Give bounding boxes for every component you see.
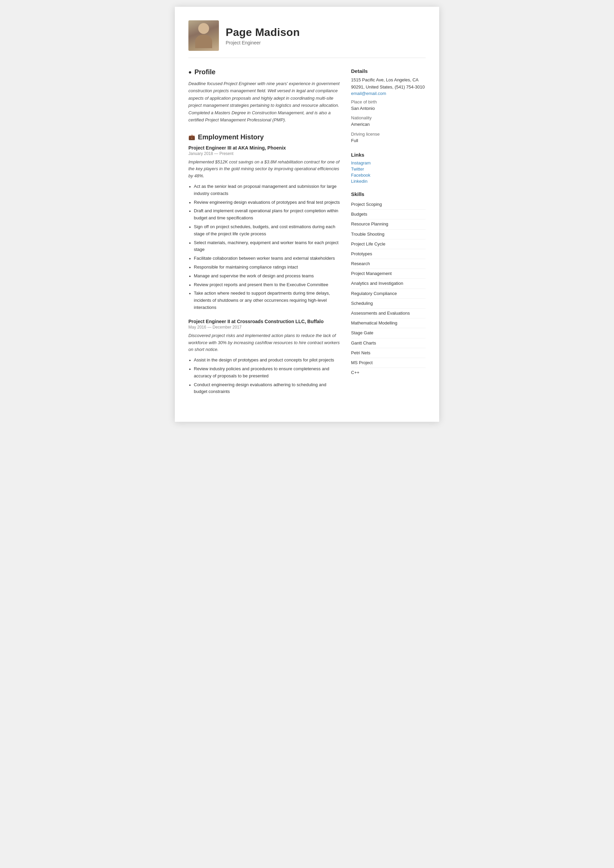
nationality-value: American	[351, 121, 426, 128]
links-section: Links Instagram Twitter Facebook Linkedi…	[351, 152, 426, 184]
left-column: ● Profile Deadline focused Project Engin…	[188, 68, 341, 405]
list-item: Review project reports and present them …	[188, 281, 341, 289]
place-of-birth-value: San Antonio	[351, 105, 426, 112]
twitter-link[interactable]: Twitter	[351, 166, 426, 172]
list-item: Sign off on project schedules, budgets, …	[188, 224, 341, 238]
details-section: Details 1515 Pacific Ave, Los Angeles, C…	[351, 68, 426, 144]
facebook-link[interactable]: Facebook	[351, 172, 426, 178]
list-item: Draft and implement overall operational …	[188, 208, 341, 222]
skill-item: Assessments and Evaluations	[351, 309, 426, 318]
list-item: Act as the senior lead on proposal manag…	[188, 183, 341, 197]
links-title: Links	[351, 152, 426, 158]
skill-item: Stage Gate	[351, 328, 426, 338]
job-date-1: January 2018 — Present	[188, 151, 341, 156]
skill-item: Trouble Shooting	[351, 230, 426, 239]
instagram-link[interactable]: Instagram	[351, 160, 426, 165]
list-item: Review industry policies and procedures …	[188, 365, 341, 380]
candidate-title: Project Engineer	[226, 40, 300, 45]
list-item: Take action where needed to support depa…	[188, 290, 341, 311]
employment-section-title: 💼 Employment History	[188, 133, 341, 141]
skills-section: Skills Project Scoping Budgets Resource …	[351, 191, 426, 377]
skill-item: Project Scoping	[351, 200, 426, 210]
skill-item: Project Life Cycle	[351, 239, 426, 249]
right-column: Details 1515 Pacific Ave, Los Angeles, C…	[351, 68, 426, 405]
address-text: 1515 Pacific Ave, Los Angeles, CA 90291,…	[351, 77, 426, 91]
driving-license-value: Full	[351, 137, 426, 144]
resume-document: Page Madison Project Engineer ● Profile …	[175, 7, 439, 422]
list-item: Facilitate collaboration between worker …	[188, 255, 341, 262]
skill-item: Regulatory Compliance	[351, 289, 426, 299]
list-item: Assist in the design of prototypes and p…	[188, 357, 341, 364]
email-link[interactable]: email@email.com	[351, 91, 426, 96]
list-item: Select materials, machinery, equipment a…	[188, 239, 341, 254]
candidate-name: Page Madison	[226, 26, 300, 39]
job-title-2: Project Engineer II at Crossroads Constr…	[188, 319, 341, 324]
skills-title: Skills	[351, 191, 426, 197]
nationality-label: Nationality	[351, 115, 426, 120]
skill-item: C++	[351, 368, 426, 377]
content-area: ● Profile Deadline focused Project Engin…	[188, 68, 426, 405]
list-item: Conduct engineering design evaluations a…	[188, 382, 341, 396]
skill-item: Research	[351, 259, 426, 269]
employment-icon: 💼	[188, 134, 195, 140]
job-block-1: Project Engineer III at AKA Mining, Phoe…	[188, 145, 341, 311]
skill-item: Prototypes	[351, 249, 426, 259]
skill-item: Mathematical Modelling	[351, 318, 426, 328]
skill-item: Petri Nets	[351, 348, 426, 358]
job-summary-2: Discovered project risks and implemented…	[188, 332, 341, 353]
profile-icon: ●	[188, 69, 192, 75]
skill-item: Analytics and Investigation	[351, 279, 426, 289]
details-title: Details	[351, 68, 426, 74]
driving-license-label: Driving license	[351, 132, 426, 137]
avatar	[188, 20, 219, 51]
profile-text: Deadline focused Project Engineer with n…	[188, 80, 341, 124]
job-bullets-1: Act as the senior lead on proposal manag…	[188, 183, 341, 311]
employment-section: 💼 Employment History Project Engineer II…	[188, 133, 341, 396]
list-item: Responsible for maintaining compliance r…	[188, 264, 341, 271]
job-summary-1: Implemented $512K cost savings on a $3.8…	[188, 159, 341, 180]
header-text: Page Madison Project Engineer	[226, 26, 300, 45]
skill-item: Project Management	[351, 269, 426, 279]
profile-section-title: ● Profile	[188, 68, 341, 76]
skill-item: MS Project	[351, 358, 426, 368]
resume-header: Page Madison Project Engineer	[188, 20, 426, 58]
profile-section: ● Profile Deadline focused Project Engin…	[188, 68, 341, 124]
job-bullets-2: Assist in the design of prototypes and p…	[188, 357, 341, 395]
skill-item: Scheduling	[351, 299, 426, 309]
linkedin-link[interactable]: Linkedin	[351, 179, 426, 184]
place-of-birth-label: Place of birth	[351, 99, 426, 104]
job-block-2: Project Engineer II at Crossroads Constr…	[188, 319, 341, 395]
list-item: Manage and supervise the work of design …	[188, 273, 341, 280]
list-item: Review engineering design evaluations of…	[188, 199, 341, 206]
skill-item: Budgets	[351, 210, 426, 219]
job-title-1: Project Engineer III at AKA Mining, Phoe…	[188, 145, 341, 151]
skill-item: Resource Planning	[351, 219, 426, 229]
job-date-2: May 2016 — December 2017	[188, 325, 341, 329]
skill-item: Gantt Charts	[351, 339, 426, 348]
